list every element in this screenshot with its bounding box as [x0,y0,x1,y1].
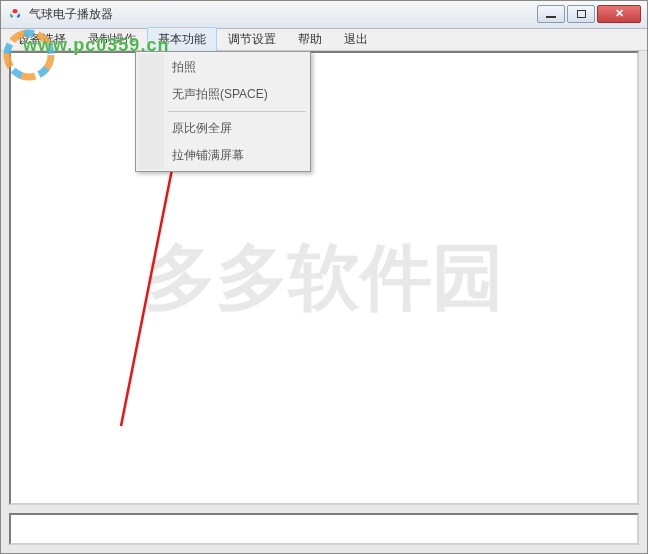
watermark-big-text: 多多软件园 [144,230,504,326]
dropdown-basic-functions: 拍照 无声拍照(SPACE) 原比例全屏 拉伸铺满屏幕 [135,51,311,172]
menuitem-silent-photo[interactable]: 无声拍照(SPACE) [138,81,308,108]
menu-separator [168,111,306,112]
status-bar [9,513,639,545]
menu-help[interactable]: 帮助 [287,27,333,52]
window-title: 气球电子播放器 [29,6,537,23]
menuitem-take-photo[interactable]: 拍照 [138,54,308,81]
app-icon [7,7,23,23]
maximize-button[interactable] [567,5,595,23]
menu-exit[interactable]: 退出 [333,27,379,52]
menuitem-fullscreen-ratio[interactable]: 原比例全屏 [138,115,308,142]
menu-adjust-settings[interactable]: 调节设置 [217,27,287,52]
titlebar: 气球电子播放器 ✕ [1,1,647,29]
client-area: 多多软件园 [9,51,639,505]
minimize-button[interactable] [537,5,565,23]
menuitem-stretch-fill[interactable]: 拉伸铺满屏幕 [138,142,308,169]
close-button[interactable]: ✕ [597,5,641,23]
window-controls: ✕ [537,5,641,25]
